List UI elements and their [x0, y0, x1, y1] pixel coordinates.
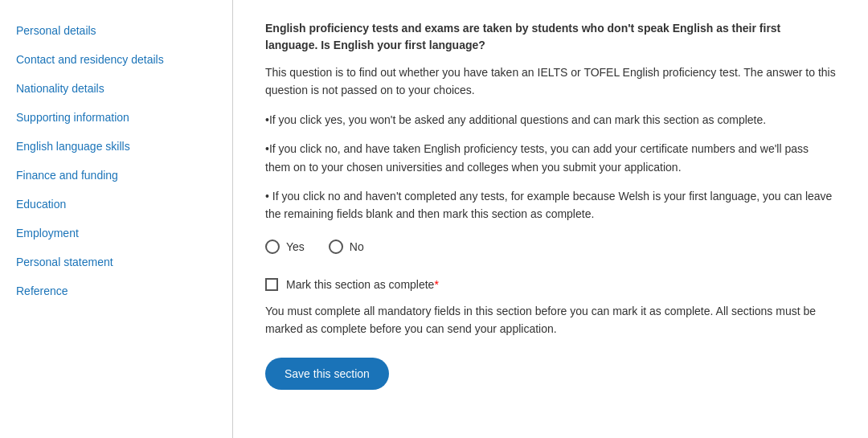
- mark-complete-checkbox[interactable]: [265, 278, 278, 291]
- yes-radio[interactable]: [265, 239, 280, 254]
- sidebar: Personal details Contact and residency d…: [0, 0, 233, 438]
- save-section-button[interactable]: Save this section: [265, 358, 389, 390]
- sidebar-item-education[interactable]: Education: [0, 190, 232, 219]
- mark-complete-label: Mark this section as complete*: [286, 278, 439, 291]
- yes-option[interactable]: Yes: [265, 239, 305, 254]
- main-content: English proficiency tests and exams are …: [233, 0, 868, 438]
- sidebar-item-finance-and-funding[interactable]: Finance and funding: [0, 161, 232, 190]
- sidebar-item-employment[interactable]: Employment: [0, 219, 232, 248]
- sidebar-item-english-language-skills[interactable]: English language skills: [0, 132, 232, 161]
- sidebar-item-supporting-information[interactable]: Supporting information: [0, 103, 232, 132]
- description-text: This question is to find out whether you…: [265, 63, 836, 100]
- bullet-3: • If you click no and haven't completed …: [265, 187, 836, 223]
- no-radio[interactable]: [329, 239, 343, 254]
- required-star: *: [434, 278, 438, 291]
- no-option[interactable]: No: [329, 239, 364, 254]
- sidebar-item-reference[interactable]: Reference: [0, 276, 232, 305]
- first-language-radio-group: Yes No: [265, 239, 836, 254]
- bullet-2: •If you click no, and have taken English…: [265, 140, 836, 176]
- sidebar-item-personal-details[interactable]: Personal details: [0, 16, 232, 45]
- sidebar-item-contact-residency[interactable]: Contact and residency details: [0, 45, 232, 74]
- mark-complete-section: Mark this section as complete*: [265, 278, 836, 291]
- sidebar-item-personal-statement[interactable]: Personal statement: [0, 248, 232, 276]
- complete-note: You must complete all mandatory fields i…: [265, 302, 836, 338]
- bullet-1: •If you click yes, you won't be asked an…: [265, 111, 836, 129]
- no-label: No: [350, 240, 364, 253]
- sidebar-item-nationality-details[interactable]: Nationality details: [0, 74, 232, 103]
- yes-label: Yes: [286, 240, 305, 253]
- question-title: English proficiency tests and exams are …: [265, 20, 836, 54]
